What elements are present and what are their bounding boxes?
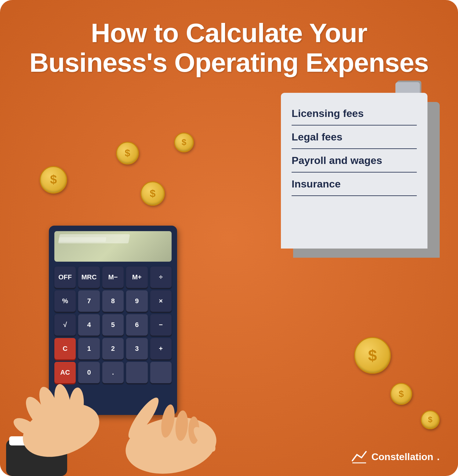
main-container: How to Calculate Your Business's Operati… — [0, 0, 458, 476]
calc-btn-mrc[interactable]: MRC — [78, 267, 100, 288]
receipt-body: Licensing fees Legal fees Payroll and wa… — [281, 93, 427, 249]
coin-2: $ — [116, 142, 139, 165]
receipt-item-3: Payroll and wages — [292, 149, 417, 173]
coin-6: $ — [390, 383, 412, 405]
hand-right-svg — [85, 354, 238, 476]
calc-btn-off[interactable]: OFF — [54, 267, 76, 288]
content-area: $ $ $ $ $ $ $ — [0, 87, 458, 476]
logo-period: . — [437, 451, 440, 463]
coin-4: $ — [174, 133, 194, 152]
calc-btn-multiply[interactable]: × — [150, 290, 172, 312]
coin-5: $ — [354, 337, 391, 374]
coin-1: $ — [40, 166, 67, 194]
calc-btn-8[interactable]: 8 — [102, 290, 124, 312]
calc-btn-percent[interactable]: % — [54, 290, 76, 312]
receipt: Licensing fees Legal fees Payroll and wa… — [281, 93, 434, 255]
calculator-screen — [54, 231, 172, 262]
constellation-logo-icon — [351, 450, 368, 464]
coin-7: $ — [421, 410, 440, 429]
calc-btn-9[interactable]: 9 — [126, 290, 147, 312]
page-title: How to Calculate Your Business's Operati… — [29, 18, 429, 78]
calc-btn-mminus[interactable]: M− — [102, 267, 124, 288]
title-area: How to Calculate Your Business's Operati… — [5, 0, 453, 87]
calc-btn-divide[interactable]: ÷ — [150, 267, 172, 288]
calc-btn-7[interactable]: 7 — [78, 290, 100, 312]
receipt-item-4: Insurance — [292, 173, 417, 196]
receipt-item-2: Legal fees — [292, 125, 417, 149]
receipt-item-1: Licensing fees — [292, 102, 417, 125]
logo-area: Constellation . — [351, 450, 440, 464]
calc-btn-mplus[interactable]: M+ — [126, 267, 147, 288]
logo-text: Constellation — [371, 451, 433, 463]
coin-3: $ — [140, 181, 165, 206]
calc-btn-minus[interactable]: − — [150, 314, 172, 336]
